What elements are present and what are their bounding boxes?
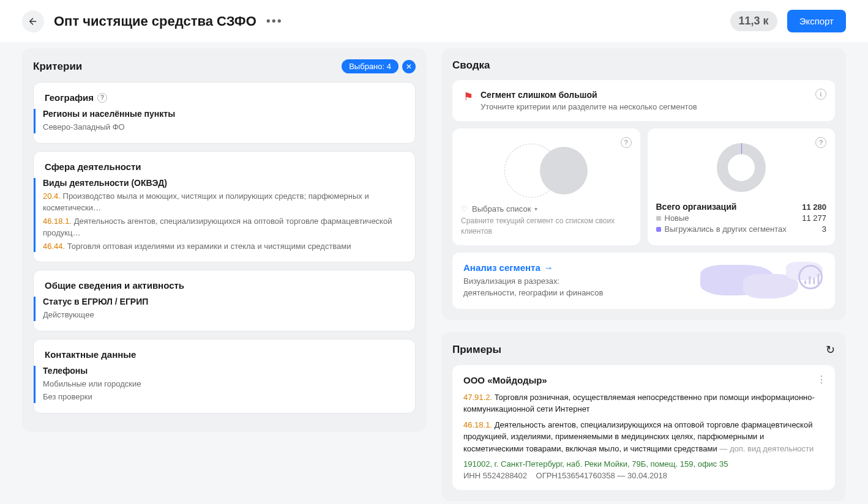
examples-title: Примеры bbox=[452, 344, 501, 356]
main-content: Критерии Выбрано: 4 ✕ География ? Регион… bbox=[0, 42, 868, 504]
geography-block-value: Северо-Западный ФО bbox=[43, 121, 404, 133]
examples-panel: Примеры ↻ ⋮ ООО «Мойдодыр» 47.91.2. Торг… bbox=[441, 332, 846, 502]
geography-block: Регионы и населённые пункты Северо-Запад… bbox=[34, 109, 404, 133]
stats-card: ? Всего организаций 11 280 Новые 11 277 … bbox=[648, 128, 836, 245]
map-decoration bbox=[694, 253, 835, 309]
export-button[interactable]: Экспорт bbox=[787, 10, 846, 32]
stat-row: ? ♡ Выбрать список ▾ Сравните текущий се… bbox=[452, 128, 835, 245]
header-actions: 11,3 к Экспорт bbox=[730, 10, 846, 32]
criteria-card-activity[interactable]: Сфера деятельности Виды деятельности (ОК… bbox=[33, 151, 416, 263]
examples-panel-header: Примеры ↻ bbox=[452, 343, 835, 357]
refresh-button[interactable]: ↻ bbox=[826, 343, 835, 357]
venn-circle-b bbox=[540, 147, 588, 195]
arrow-left-icon bbox=[28, 16, 39, 27]
activity-1: 46.18.1. Деятельность агентов, специализ… bbox=[463, 419, 824, 455]
criteria-card-contacts[interactable]: Контактные данные Телефоны Мобильные или… bbox=[33, 339, 416, 413]
general-title: Общие сведения и активность bbox=[45, 280, 404, 291]
selected-count: Выбрано: 4 ✕ bbox=[342, 59, 416, 73]
warning-title: Сегмент слишком большой bbox=[481, 90, 697, 100]
activity-item-0: 20.4. Производство мыла и моющих, чистящ… bbox=[43, 190, 404, 214]
warning-sub: Уточните критерии или разделите на неско… bbox=[481, 102, 697, 111]
warning-card: ⚑ Сегмент слишком большой Уточните крите… bbox=[452, 80, 835, 121]
summary-panel: Сводка ⚑ Сегмент слишком большой Уточнит… bbox=[441, 48, 846, 320]
heart-icon: ♡ bbox=[461, 204, 468, 213]
arrow-right-icon: → bbox=[544, 262, 553, 273]
summary-panel-header: Сводка bbox=[452, 59, 835, 72]
contacts-title: Контактные данные bbox=[45, 349, 404, 360]
clear-criteria-button[interactable]: ✕ bbox=[402, 60, 416, 73]
activity-title: Сфера деятельности bbox=[45, 161, 404, 172]
activity-item-2: 46.44. Торговля оптовая изделиями из кер… bbox=[43, 240, 404, 253]
criteria-column: Критерии Выбрано: 4 ✕ География ? Регион… bbox=[22, 48, 427, 504]
criteria-card-geography[interactable]: География ? Регионы и населённые пункты … bbox=[33, 82, 416, 144]
activity-block: Виды деятельности (ОКВЭД) 20.4. Производ… bbox=[34, 178, 404, 253]
magnifier-icon bbox=[798, 265, 823, 289]
venn-diagram bbox=[461, 137, 632, 204]
back-button[interactable] bbox=[22, 10, 44, 32]
example-card[interactable]: ⋮ ООО «Мойдодыр» 47.91.2. Торговля розни… bbox=[452, 365, 835, 491]
info-icon[interactable]: i bbox=[815, 89, 826, 100]
stat-total: Всего организаций 11 280 bbox=[656, 202, 827, 212]
contacts-value-1: Без проверки bbox=[43, 391, 404, 403]
criteria-panel-header: Критерии Выбрано: 4 ✕ bbox=[33, 59, 416, 73]
general-block-label: Статус в ЕГРЮЛ / ЕГРИП bbox=[43, 297, 404, 306]
summary-column: Сводка ⚑ Сегмент слишком большой Уточнит… bbox=[441, 48, 846, 504]
general-block: Статус в ЕГРЮЛ / ЕГРИП Действующее bbox=[34, 297, 404, 321]
selected-count-label[interactable]: Выбрано: 4 bbox=[342, 59, 398, 73]
more-button[interactable]: ••• bbox=[266, 14, 283, 28]
general-block-value: Действующее bbox=[43, 309, 404, 321]
stat-exported: Выгружались в других сегментах 3 bbox=[656, 224, 827, 234]
geography-title: География ? bbox=[45, 92, 404, 103]
company-meta: ИНН 5524288402 ОГРН1536541760358 — 30.04… bbox=[463, 471, 824, 480]
activity-item-1: 46.18.1. Деятельность агентов, специализ… bbox=[43, 215, 404, 239]
stat-new: Новые 11 277 bbox=[656, 213, 827, 223]
criteria-title: Критерии bbox=[33, 61, 82, 73]
compare-card: ? ♡ Выбрать список ▾ Сравните текущий се… bbox=[452, 128, 640, 245]
help-icon[interactable]: ? bbox=[815, 137, 826, 148]
criteria-panel: Критерии Выбрано: 4 ✕ География ? Регион… bbox=[22, 48, 427, 432]
contacts-value-0: Мобильные или городские bbox=[43, 378, 404, 390]
help-icon[interactable]: ? bbox=[97, 93, 107, 103]
summary-title: Сводка bbox=[452, 59, 490, 72]
chevron-down-icon: ▾ bbox=[534, 206, 537, 212]
analysis-card[interactable]: Анализ сегмента → Визуализация в разреза… bbox=[452, 253, 835, 309]
criteria-card-general[interactable]: Общие сведения и активность Статус в ЕГР… bbox=[33, 270, 416, 332]
flag-icon: ⚑ bbox=[463, 90, 473, 111]
geography-block-label: Регионы и населённые пункты bbox=[43, 109, 404, 119]
kebab-menu-button[interactable]: ⋮ bbox=[817, 374, 826, 385]
activity-0: 47.91.2. Торговля розничная, осуществляе… bbox=[463, 391, 824, 415]
donut-chart bbox=[717, 143, 766, 192]
page-title: Опт чистящие средства СЗФО bbox=[54, 13, 256, 29]
activity-block-label: Виды деятельности (ОКВЭД) bbox=[43, 178, 404, 188]
legend-dot-gray bbox=[656, 216, 661, 221]
contacts-block: Телефоны Мобильные или городские Без про… bbox=[34, 366, 404, 403]
contacts-block-label: Телефоны bbox=[43, 366, 404, 376]
select-list-hint: Сравните текущий сегмент со списком свои… bbox=[461, 216, 632, 237]
company-address: 191002, г. Санкт-Петербург, наб. Реки Мо… bbox=[463, 459, 824, 469]
page-header: Опт чистящие средства СЗФО ••• 11,3 к Эк… bbox=[0, 0, 868, 42]
select-list-dropdown[interactable]: ♡ Выбрать список ▾ bbox=[461, 204, 632, 213]
count-badge: 11,3 к bbox=[730, 11, 777, 31]
legend-dot-purple bbox=[656, 227, 661, 232]
company-name: ООО «Мойдодыр» bbox=[463, 375, 824, 385]
